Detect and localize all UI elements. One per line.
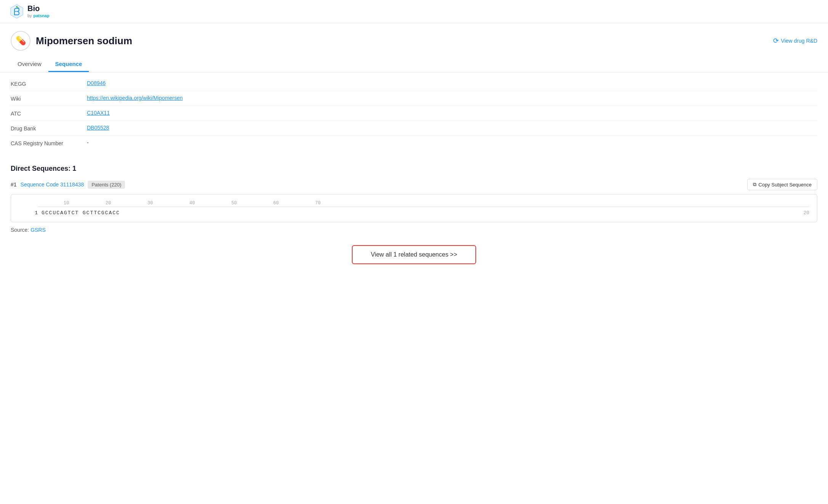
sequence-viewer: 10 20 30 40 50 60 70 1 GCCUCAGTCT GCTTCG… [11, 194, 817, 222]
view-all-container: View all 1 related sequences >> [11, 245, 817, 264]
bio-logo-icon [9, 4, 24, 19]
seq-number: #1 [11, 181, 17, 188]
ruler-40: 40 [171, 201, 213, 206]
logo-text-area: Bio by patsnap [27, 4, 50, 18]
ruler-10: 10 [45, 201, 87, 206]
sequence-code-link[interactable]: Sequence Code 31118438 [21, 181, 84, 188]
ruler-numbers: 10 20 30 40 50 60 70 [45, 201, 809, 206]
seq-row-number: 1 [19, 210, 38, 216]
view-drug-rnd-button[interactable]: ⟳ View drug R&D [773, 37, 817, 45]
source-link[interactable]: GSRS [30, 227, 46, 233]
ruler-60: 60 [255, 201, 297, 206]
top-nav: Bio by patsnap [0, 0, 828, 23]
source-line: Source: GSRS [11, 227, 817, 233]
source-label: Source: [11, 227, 29, 233]
logo-area: Bio by patsnap [9, 4, 50, 19]
tab-sequence[interactable]: Sequence [48, 57, 89, 72]
copy-subject-sequence-button[interactable]: ⧉ Copy Subject Sequence [747, 179, 817, 190]
ruler-line [38, 207, 809, 207]
ruler-row: 10 20 30 40 50 60 70 [19, 201, 809, 206]
value-kegg[interactable]: D08946 [87, 80, 106, 86]
info-row-cas: CAS Registry Number - [11, 136, 817, 150]
label-wiki: Wiki [11, 95, 87, 102]
label-kegg: KEGG [11, 80, 87, 87]
logo-by-patsnap: by patsnap [27, 13, 50, 18]
info-row-wiki: Wiki https://en.wikipedia.org/wiki/Mipom… [11, 91, 817, 106]
label-drugbank: Drug Bank [11, 125, 87, 132]
copy-icon: ⧉ [753, 181, 756, 188]
value-drugbank[interactable]: DB05528 [87, 125, 109, 131]
patents-badge[interactable]: Patents (220) [88, 181, 125, 189]
sequence-item-1: #1 Sequence Code 31118438 Patents (220) … [11, 179, 817, 233]
copy-btn-label: Copy Subject Sequence [759, 182, 812, 188]
value-atc[interactable]: C10AX11 [87, 110, 110, 116]
view-drug-icon: ⟳ [773, 37, 779, 45]
label-cas: CAS Registry Number [11, 140, 87, 146]
seq-row-data: GCCUCAGTCT GCTTCGCACC [42, 210, 799, 216]
view-drug-rnd-label: View drug R&D [781, 38, 817, 44]
sequence-row-1: 1 GCCUCAGTCT GCTTCGCACC 20 [19, 210, 809, 216]
info-row-kegg: KEGG D08946 [11, 76, 817, 91]
drug-name: Mipomersen sodium [36, 35, 132, 47]
value-wiki[interactable]: https://en.wikipedia.org/wiki/Mipomersen [87, 95, 183, 101]
info-row-atc: ATC C10AX11 [11, 106, 817, 121]
info-table: KEGG D08946 Wiki https://en.wikipedia.or… [11, 72, 817, 154]
drug-title-area: 💊 Mipomersen sodium [11, 31, 132, 51]
drug-icon: 💊 [11, 31, 30, 51]
svg-point-2 [16, 6, 18, 8]
ruler-20: 20 [87, 201, 129, 206]
tab-overview[interactable]: Overview [11, 57, 48, 72]
ruler-50: 50 [213, 201, 255, 206]
sequences-section-title: Direct Sequences: 1 [11, 165, 817, 173]
ruler-70: 70 [297, 201, 339, 206]
view-all-sequences-button[interactable]: View all 1 related sequences >> [352, 245, 477, 264]
main-content: KEGG D08946 Wiki https://en.wikipedia.or… [0, 72, 828, 279]
seq-row-end: 20 [803, 210, 809, 216]
label-atc: ATC [11, 110, 87, 117]
logo-bio-label: Bio [27, 4, 50, 13]
value-cas: - [87, 140, 89, 146]
drug-header: 💊 Mipomersen sodium ⟳ View drug R&D [0, 23, 828, 51]
ruler-30: 30 [129, 201, 171, 206]
info-row-drugbank: Drug Bank DB05528 [11, 121, 817, 136]
sequence-item-header: #1 Sequence Code 31118438 Patents (220) … [11, 179, 817, 190]
sequence-header-left: #1 Sequence Code 31118438 Patents (220) [11, 181, 125, 189]
tabs-bar: Overview Sequence [0, 57, 828, 72]
